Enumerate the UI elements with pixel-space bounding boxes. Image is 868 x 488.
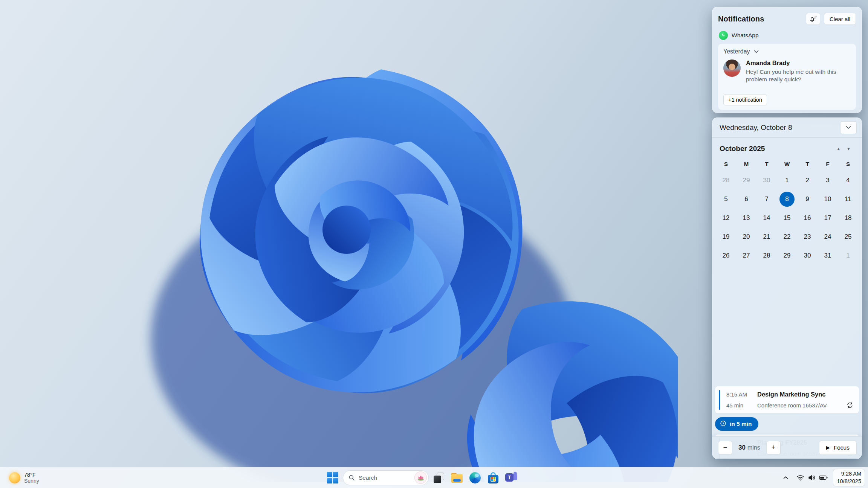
month-previous-button[interactable]: ▲ <box>833 145 844 152</box>
whatsapp-icon <box>719 31 728 40</box>
calendar-day[interactable]: 22 <box>777 227 797 246</box>
calendar-day[interactable]: 28 <box>756 246 777 265</box>
start-button[interactable] <box>325 470 341 486</box>
calendar-day[interactable]: 6 <box>736 190 756 209</box>
quick-settings-button[interactable] <box>793 470 831 485</box>
microsoft-store-icon <box>487 472 499 483</box>
windows-logo-icon <box>327 472 339 483</box>
calendar-day[interactable]: 4 <box>838 171 858 190</box>
calendar-day[interactable]: 20 <box>736 227 756 246</box>
calendar-day[interactable]: 31 <box>818 246 838 265</box>
lotus-icon <box>417 475 425 481</box>
sender-avatar <box>723 59 741 77</box>
notification-group-header[interactable]: WhatsApp <box>719 31 855 40</box>
agenda-event-card[interactable]: 8:15 AMDesign Marketing Sync45 minConfer… <box>715 386 859 413</box>
calendar-day[interactable]: 7 <box>756 190 777 209</box>
day-of-week-label: T <box>797 159 818 169</box>
calendar-date-header: Wednesday, October 8 <box>712 117 862 138</box>
clock-icon <box>720 420 726 428</box>
svg-text:z: z <box>816 15 817 18</box>
calendar-day[interactable]: 30 <box>797 246 818 265</box>
calendar-day[interactable]: 14 <box>756 209 777 227</box>
notifications-header: Notifications z z Clear all <box>718 13 856 25</box>
month-next-button[interactable]: ▼ <box>844 145 854 152</box>
repeat-icon <box>846 401 854 409</box>
clock-button[interactable]: 9:28 AM 10/8/2025 <box>833 469 865 486</box>
calendar-day[interactable]: 18 <box>838 209 858 227</box>
calendar-day[interactable]: 13 <box>736 209 756 227</box>
calendar-day[interactable]: 1 <box>838 246 858 265</box>
focus-duration: 30mins <box>738 444 760 451</box>
weather-condition: Sunny <box>24 478 39 484</box>
more-notifications-button[interactable]: +1 notification <box>723 94 767 105</box>
do-not-disturb-button[interactable]: z z <box>806 13 820 25</box>
calendar-collapse-button[interactable] <box>840 121 857 134</box>
show-hidden-icons-button[interactable] <box>780 470 791 485</box>
notification-message: Hey! Can you help me out with this probl… <box>746 68 848 84</box>
notification-card[interactable]: Yesterday Amanda Brady Hey! Can you help… <box>718 44 856 110</box>
increase-minutes-button[interactable]: + <box>766 441 781 454</box>
calendar-day[interactable]: 12 <box>716 209 736 227</box>
event-duration: 45 min <box>726 402 757 409</box>
chevron-down-icon[interactable] <box>754 50 759 53</box>
notifications-title: Notifications <box>718 15 764 23</box>
notification-app-name: WhatsApp <box>732 32 759 39</box>
calendar-day[interactable]: 19 <box>716 227 736 246</box>
event-time: 8:15 AM <box>726 391 757 398</box>
calendar-day[interactable]: 9 <box>797 190 818 209</box>
system-tray: 9:28 AM 10/8/2025 <box>780 469 865 486</box>
chevron-down-icon <box>846 126 851 129</box>
calendar-date-label: Wednesday, October 8 <box>720 124 792 132</box>
search-box[interactable]: Search <box>343 470 429 485</box>
search-icon <box>348 474 355 481</box>
focus-duration-value: 30 <box>738 444 746 451</box>
teams-button[interactable]: T <box>503 470 519 486</box>
calendar-day[interactable]: 3 <box>818 171 838 190</box>
focus-button-label: Focus <box>834 444 850 451</box>
battery-icon <box>819 475 828 480</box>
sun-icon <box>9 472 20 483</box>
microsoft-store-button[interactable] <box>485 470 501 486</box>
weather-widget[interactable]: 78°F Sunny <box>5 470 43 485</box>
task-view-button[interactable] <box>431 470 447 486</box>
bell-zz-icon: z z <box>809 15 817 23</box>
file-explorer-button[interactable] <box>449 470 465 486</box>
calendar-day[interactable]: 2 <box>797 171 818 190</box>
tray-date: 10/8/2025 <box>837 478 861 485</box>
decrease-minutes-button[interactable]: − <box>718 441 732 454</box>
calendar-day[interactable]: 29 <box>736 171 756 190</box>
chevron-up-icon <box>783 476 788 479</box>
notification-section-label: Yesterday <box>723 48 750 55</box>
day-of-week-label: M <box>736 159 756 169</box>
calendar-month-row: October 2025 ▲ ▼ <box>712 138 862 155</box>
calendar-day[interactable]: 29 <box>777 246 797 265</box>
calendar-day[interactable]: 30 <box>756 171 777 190</box>
focus-button[interactable]: ▶ Focus <box>819 441 857 455</box>
calendar-day[interactable]: 25 <box>838 227 858 246</box>
calendar-day-selected[interactable]: 8 <box>777 190 797 209</box>
clear-all-button[interactable]: Clear all <box>824 13 856 25</box>
wifi-icon <box>796 474 804 481</box>
day-of-week-label: S <box>716 159 736 169</box>
calendar-day[interactable]: 10 <box>818 190 838 209</box>
calendar-day[interactable]: 21 <box>756 227 777 246</box>
day-of-week-label: F <box>818 159 838 169</box>
calendar-day[interactable]: 1 <box>777 171 797 190</box>
calendar-day[interactable]: 26 <box>716 246 736 265</box>
taskbar-center-group: Search T <box>325 470 519 486</box>
calendar-day[interactable]: 23 <box>797 227 818 246</box>
weather-temperature: 78°F <box>24 472 39 478</box>
calendar-days-grid: 2829301234567891011121314151617181920212… <box>712 171 862 265</box>
day-of-week-header-row: SMTWTFS <box>712 159 862 169</box>
search-daily-image[interactable] <box>414 471 427 484</box>
calendar-day[interactable]: 5 <box>716 190 736 209</box>
edge-button[interactable] <box>467 470 483 486</box>
calendar-day[interactable]: 24 <box>818 227 838 246</box>
calendar-day[interactable]: 27 <box>736 246 756 265</box>
event-title: Design Marketing Sync <box>757 391 826 398</box>
calendar-day[interactable]: 15 <box>777 209 797 227</box>
calendar-day[interactable]: 17 <box>818 209 838 227</box>
calendar-day[interactable]: 16 <box>797 209 818 227</box>
calendar-day[interactable]: 11 <box>838 190 858 209</box>
calendar-day[interactable]: 28 <box>716 171 736 190</box>
